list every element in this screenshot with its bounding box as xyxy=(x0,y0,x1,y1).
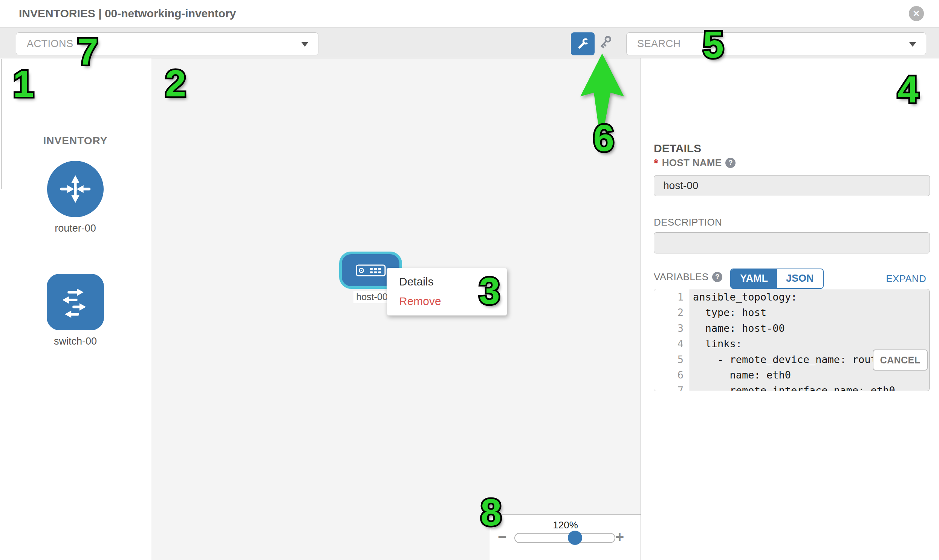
switch-icon xyxy=(55,282,96,322)
expand-link[interactable]: EXPAND xyxy=(886,273,926,285)
host-name-label-row: * HOST NAME ? xyxy=(654,157,735,169)
line-text: remote_interface_name: eth0 xyxy=(689,383,929,391)
code-line: 7 remote_interface_name: eth0 xyxy=(654,383,929,391)
help-icon[interactable]: ? xyxy=(725,158,735,168)
host-node-label: host-00 xyxy=(353,291,390,303)
line-number: 7 xyxy=(654,383,689,391)
inventory-sidebar: INVENTORY xyxy=(0,58,151,560)
annotation-digit-2: 2 xyxy=(165,65,186,102)
zoom-control-panel: 120% − + xyxy=(490,514,641,560)
inventory-topology-page: INVENTORIES | 00-networking-inventory ✕ … xyxy=(0,0,939,560)
annotation-digit-7: 7 xyxy=(77,33,98,71)
zoom-slider-thumb[interactable] xyxy=(568,531,582,545)
switch-label: switch-00 xyxy=(42,335,109,347)
search-dropdown[interactable]: SEARCH xyxy=(626,32,926,55)
line-text: ansible_topology: xyxy=(689,289,929,305)
yaml-toggle-button[interactable]: YAML xyxy=(731,269,777,288)
sidebar-item-router[interactable]: router-00 xyxy=(42,161,109,234)
line-number: 4 xyxy=(654,336,689,351)
line-text: name: host-00 xyxy=(689,320,929,336)
details-panel: DETAILS * HOST NAME ? DESCRIPTION VARIAB… xyxy=(641,58,939,560)
sidebar-title: INVENTORY xyxy=(0,135,151,147)
annotation-digit-1: 1 xyxy=(13,65,34,102)
router-icon xyxy=(55,169,96,209)
switch-shape xyxy=(47,274,104,330)
line-number: 3 xyxy=(654,320,689,336)
cancel-button[interactable]: CANCEL xyxy=(873,349,928,371)
zoom-slider-track[interactable] xyxy=(514,533,615,543)
zoom-in-button[interactable]: + xyxy=(615,528,624,545)
search-dropdown-label: SEARCH xyxy=(637,33,681,55)
chevron-down-icon xyxy=(301,42,308,47)
sidebar-item-switch[interactable]: switch-00 xyxy=(42,274,109,347)
required-marker: * xyxy=(654,159,658,167)
host-name-field[interactable] xyxy=(654,175,930,196)
router-label: router-00 xyxy=(42,223,109,234)
details-panel-title: DETAILS xyxy=(654,142,701,155)
router-shape xyxy=(47,161,103,217)
toolbar: ACTIONS SEARCH xyxy=(0,27,939,59)
description-label-row: DESCRIPTION xyxy=(654,217,722,228)
annotation-digit-6: 6 xyxy=(593,119,614,157)
code-line: 1ansible_topology: xyxy=(654,289,929,305)
variables-code-editor[interactable]: 1ansible_topology: 2 type: host 3 name: … xyxy=(654,289,930,391)
line-number: 2 xyxy=(654,305,689,320)
wrench-icon xyxy=(575,37,591,52)
description-field[interactable] xyxy=(654,232,930,254)
annotation-digit-3: 3 xyxy=(479,272,500,309)
host-name-label: HOST NAME xyxy=(662,157,722,169)
key-button[interactable] xyxy=(598,35,617,54)
key-icon xyxy=(598,36,616,53)
json-toggle-button[interactable]: JSON xyxy=(777,269,823,288)
page-title: INVENTORIES | 00-networking-inventory xyxy=(19,0,236,27)
sidebar-edge-divider xyxy=(1,59,2,189)
actions-dropdown-label: ACTIONS xyxy=(27,33,74,55)
line-number: 5 xyxy=(654,352,689,367)
annotation-digit-8: 8 xyxy=(480,493,501,531)
description-label: DESCRIPTION xyxy=(654,217,722,228)
line-number: 6 xyxy=(654,367,689,383)
line-number: 1 xyxy=(654,289,689,305)
help-icon[interactable]: ? xyxy=(712,272,722,282)
host-icon xyxy=(356,265,386,277)
code-line: 3 name: host-00 xyxy=(654,320,929,336)
close-icon[interactable]: ✕ xyxy=(909,6,924,21)
line-text: type: host xyxy=(689,305,929,320)
actions-dropdown[interactable]: ACTIONS xyxy=(16,32,318,55)
chevron-down-icon xyxy=(909,42,916,47)
annotation-arrow-up-icon xyxy=(577,52,629,127)
header: INVENTORIES | 00-networking-inventory ✕ xyxy=(0,0,939,27)
variables-format-toggle: YAML JSON xyxy=(730,269,824,289)
annotation-digit-4: 4 xyxy=(897,71,919,108)
variables-label: VARIABLES xyxy=(654,271,708,283)
annotation-digit-5: 5 xyxy=(703,26,724,63)
variables-label-row: VARIABLES ? xyxy=(654,271,722,283)
code-line: 2 type: host xyxy=(654,305,929,320)
